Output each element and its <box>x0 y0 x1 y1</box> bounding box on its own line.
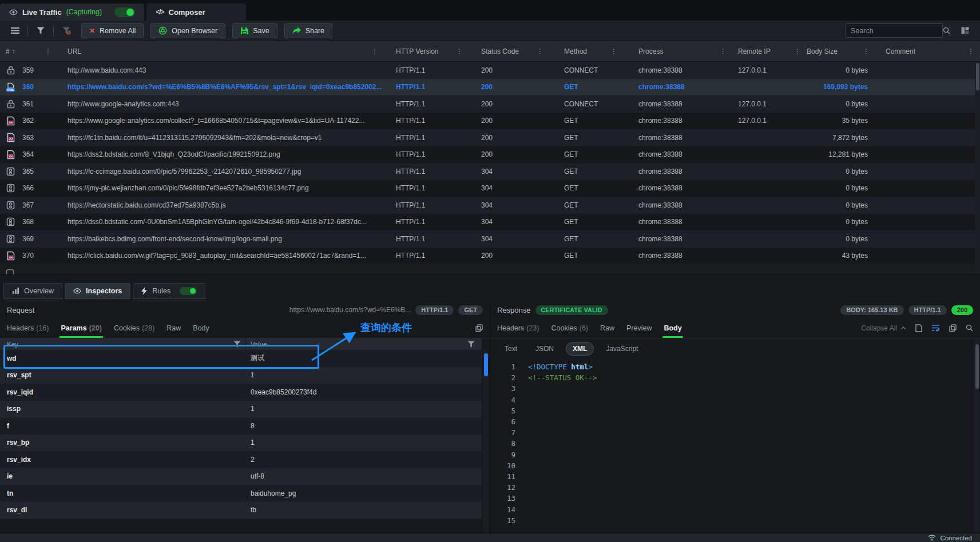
session-row-366[interactable]: 366https://jmy-pic.wejianzhan.com/0/pic/… <box>0 180 980 197</box>
body-format-tab-json[interactable]: JSON <box>529 342 560 355</box>
code-line-6: 6 <box>490 416 980 427</box>
param-row-rsv-bp[interactable]: rsv_bp1 <box>0 435 482 452</box>
word-wrap-icon[interactable] <box>931 324 940 332</box>
line-number: 6 <box>490 416 515 427</box>
param-row-rsv-dl[interactable]: rsv_dltb <box>0 502 482 519</box>
params-scrollbar-thumb[interactable] <box>484 353 488 376</box>
copy-icon[interactable] <box>949 324 957 332</box>
param-row-tn[interactable]: tnbaiduhome_pg <box>0 485 482 502</box>
column-menu-icon[interactable]: ⋮ <box>720 47 727 55</box>
rules-toggle[interactable] <box>180 287 197 295</box>
filter-disabled-icon[interactable] <box>58 27 74 35</box>
status-bar: Connected <box>0 533 980 542</box>
column-header-body-size[interactable]: Body Size⋮ <box>807 41 875 61</box>
search-input[interactable] <box>851 27 943 35</box>
column-menu-icon[interactable]: ⋮ <box>45 47 51 55</box>
session-row-361[interactable]: 361http://www.google-analytics.com:443HT… <box>0 95 980 113</box>
session-row-364[interactable]: 364https://dss2.bdstatic.com/8_V1bjqh_Q2… <box>0 146 980 164</box>
column-header-remote-ip[interactable]: Remote IP⋮ <box>732 41 807 61</box>
session-row-362[interactable]: 362https://www.google-analytics.com/coll… <box>0 113 980 130</box>
column-menu-icon[interactable]: ⋮ <box>456 47 463 55</box>
request-tab-params[interactable]: Params(20) <box>61 318 101 338</box>
column-menu-icon[interactable]: ⋮ <box>863 47 870 55</box>
request-panel: Request https://www.baidu.com/s?wd=%E6%B… <box>0 302 490 533</box>
grid-scrollbar-thumb[interactable] <box>976 63 979 90</box>
column-menu-icon[interactable]: ⋮ <box>537 47 543 55</box>
open-browser-button[interactable]: Open Browser <box>150 23 225 38</box>
response-http-version-badge: HTTP/1.1 <box>908 305 947 315</box>
param-row-rsv-spt[interactable]: rsv_spt1 <box>0 367 482 384</box>
column-header-http-version[interactable]: HTTP Version⋮ <box>384 41 469 61</box>
layout-panels-icon[interactable] <box>957 27 973 34</box>
session-row-369[interactable]: 369https://baikebcs.bdimg.com/front-end/… <box>0 230 980 248</box>
eye-icon <box>73 288 81 294</box>
copy-icon[interactable] <box>475 324 483 332</box>
response-tab-cookies[interactable]: Cookies(6) <box>551 318 588 338</box>
request-tab-headers[interactable]: Headers(16) <box>7 318 49 338</box>
session-row-360[interactable]: HTML360https://www.baidu.com/s?wd=%E6%B5… <box>0 79 980 96</box>
image-icon <box>6 150 15 160</box>
request-tab-raw[interactable]: Raw <box>166 318 181 338</box>
column-header-url[interactable]: URL⋮ <box>57 41 384 61</box>
response-tab-preview[interactable]: Preview <box>626 318 652 338</box>
column-menu-icon[interactable]: ⋮ <box>371 47 378 55</box>
collapse-all-button[interactable]: Collapse All <box>861 324 906 332</box>
column-header-status-code[interactable]: Status Code⋮ <box>469 41 549 61</box>
response-tab-body[interactable]: Body <box>664 318 681 338</box>
capturing-toggle[interactable] <box>114 7 135 17</box>
share-button[interactable]: Share <box>284 23 332 38</box>
request-tab-body[interactable]: Body <box>193 318 209 338</box>
param-row-f[interactable]: f8 <box>0 417 482 435</box>
column-menu-icon[interactable]: ⋮ <box>794 47 801 55</box>
param-row-issp[interactable]: issp1 <box>0 401 482 418</box>
column-header-method[interactable]: Method⋮ <box>549 41 623 61</box>
param-row-rsv-idx[interactable]: rsv_idx2 <box>0 451 482 468</box>
session-row-367[interactable]: 367https://hectorstatic.baidu.com/cd37ed… <box>0 197 980 214</box>
param-row-wd[interactable]: wd测试 <box>0 350 482 367</box>
tab-live-traffic[interactable]: Live Traffic (Capturing) <box>0 3 144 21</box>
session-row-365[interactable]: 365https://fc-ccimage.baidu.com/0/pic/57… <box>0 163 980 180</box>
session-row-368[interactable]: 368https://dss0.bdstatic.com/-0U0bnSm1A5… <box>0 214 980 231</box>
key-filter-icon[interactable] <box>233 341 241 348</box>
tab-overview[interactable]: Overview <box>3 283 62 299</box>
session-row-363[interactable]: 363https://fc1tn.baidu.com/it/u=41123131… <box>0 129 980 146</box>
body-format-tab-xml[interactable]: XML <box>566 342 594 356</box>
response-tab-raw[interactable]: Raw <box>600 318 614 338</box>
session-row-370[interactable]: 370https://fclick.baidu.com/w.gif?tag=pc… <box>0 248 980 265</box>
response-tab-headers[interactable]: Headers(23) <box>497 318 539 338</box>
search-body-icon[interactable] <box>966 324 973 332</box>
chrome-icon <box>158 26 167 35</box>
code-line-13: 13 <box>490 493 980 504</box>
partial-session-row <box>0 264 980 274</box>
column-menu-icon[interactable]: ⋮ <box>610 47 617 55</box>
tab-composer[interactable]: </> Composer <box>146 3 246 21</box>
line-number: 14 <box>490 504 515 515</box>
param-row-rsv-iqid[interactable]: rsv_iqid0xeac9b85200273f4d <box>0 384 482 401</box>
grid-scrollbar <box>975 62 980 274</box>
session-row-359[interactable]: 359http://www.baidu.com:443HTTP/1.1200CO… <box>0 62 980 79</box>
request-header: Request https://www.baidu.com/s?wd=%E6%B… <box>0 302 490 318</box>
search-box <box>846 23 943 38</box>
body-format-tab-text[interactable]: Text <box>498 342 523 355</box>
column-header-col[interactable]: #↑⋮ <box>0 41 57 61</box>
tab-rules[interactable]: Rules <box>133 283 205 299</box>
save-body-icon[interactable] <box>915 324 922 332</box>
response-scrollbar <box>974 338 979 533</box>
line-number: 11 <box>490 471 515 482</box>
response-sc rollbar-thumb[interactable] <box>975 344 979 389</box>
value-filter-icon[interactable] <box>467 341 475 348</box>
composer-label: Composer <box>169 8 205 17</box>
x-icon: ✕ <box>89 27 95 35</box>
column-header-process[interactable]: Process⋮ <box>623 41 732 61</box>
save-button[interactable]: Save <box>232 23 277 38</box>
menu-icon[interactable] <box>7 27 23 34</box>
code-line-7: 7 <box>490 427 980 438</box>
column-menu-icon[interactable]: ⋮ <box>967 47 974 55</box>
remove-all-button[interactable]: ✕ Remove All <box>81 23 144 38</box>
body-format-tab-javascript[interactable]: JavaScript <box>600 342 644 355</box>
filter-icon[interactable] <box>33 27 49 34</box>
param-row-ie[interactable]: ieutf-8 <box>0 468 482 485</box>
tab-inspectors[interactable]: Inspectors <box>65 283 130 299</box>
column-header-comment[interactable]: Comment⋮ <box>875 41 980 61</box>
request-tab-cookies[interactable]: Cookies(28) <box>114 318 154 338</box>
